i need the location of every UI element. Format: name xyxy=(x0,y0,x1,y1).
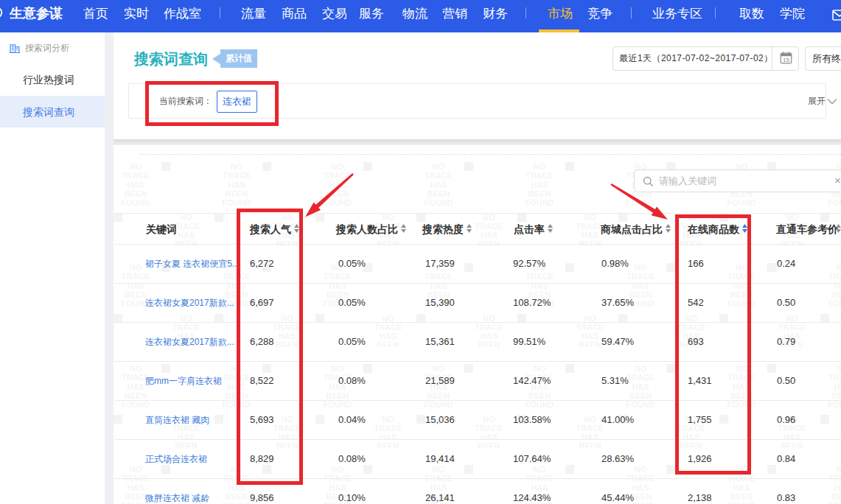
svg-text:15: 15 xyxy=(783,57,789,63)
